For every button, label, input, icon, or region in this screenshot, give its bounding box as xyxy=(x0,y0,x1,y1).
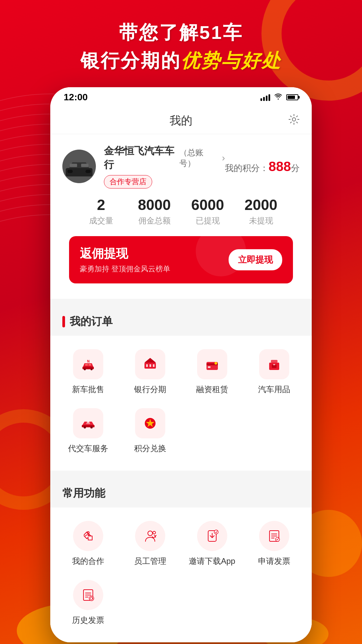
svg-text:N: N xyxy=(87,360,89,363)
svg-rect-19 xyxy=(153,364,155,367)
svg-point-0 xyxy=(292,118,296,121)
functions-row-2: 历史发票 xyxy=(57,573,305,632)
stat-transactions: 2 成交量 xyxy=(74,197,128,226)
svg-point-38 xyxy=(148,531,153,536)
svg-rect-18 xyxy=(149,364,151,367)
order-label-delivery: 代交车服务 xyxy=(68,443,108,454)
stats-row: 2 成交量 8000 佣金总额 6000 已提现 2000 未提现 xyxy=(62,197,300,236)
order-item-finance[interactable]: 融资租赁 xyxy=(181,342,243,401)
main-content: 金华恒飞汽车车行 （总账号） › 合作专营店 我的积分：888分 2 xyxy=(50,134,312,642)
section-indicator xyxy=(62,316,65,327)
history-invoice-icon-wrap xyxy=(73,580,103,610)
func-item-history-invoice[interactable]: 历史发票 xyxy=(57,573,119,632)
profile-info: 金华恒飞汽车车行 （总账号） › 合作专营店 xyxy=(104,144,225,189)
stat-pending-label: 未提现 xyxy=(234,215,288,226)
svg-rect-17 xyxy=(146,364,148,367)
order-label-finance: 融资租赁 xyxy=(196,384,228,395)
func-item-invite[interactable]: 邀请下载App xyxy=(181,514,243,573)
orders-section: 我的订单 xyxy=(50,304,312,471)
func-item-employee[interactable]: 员工管理 xyxy=(119,514,181,573)
order-item-products[interactable]: 汽车用品 xyxy=(243,342,305,401)
func-item-cooperation[interactable]: 我的合作 xyxy=(57,514,119,573)
svg-point-37 xyxy=(87,532,89,534)
signal-icon xyxy=(260,94,270,101)
svg-point-32 xyxy=(83,426,86,429)
employee-icon-wrap xyxy=(135,521,165,551)
functions-grid: 我的合作 员工管理 xyxy=(50,507,312,642)
functions-section-title: 常用功能 xyxy=(62,486,105,501)
stat-commission-total: 8000 佣金总额 xyxy=(128,197,181,226)
stat-pending-value: 2000 xyxy=(234,197,288,213)
svg-point-10 xyxy=(90,368,93,370)
invite-icon-wrap xyxy=(197,521,227,551)
partner-badge: 合作专营店 xyxy=(104,175,152,189)
header-line1: 带您了解51车 xyxy=(0,20,362,46)
svg-rect-12 xyxy=(88,364,91,366)
points-value: 888 xyxy=(268,159,291,174)
svg-rect-6 xyxy=(81,164,88,167)
svg-rect-26 xyxy=(271,360,278,363)
cashback-subtitle: 豪勇加持 登顶佣金风云榜单 xyxy=(80,264,170,274)
profile-name-row: 金华恒飞汽车车行 （总账号） › xyxy=(104,144,225,172)
svg-point-39 xyxy=(153,531,156,534)
functions-row-1: 我的合作 员工管理 xyxy=(57,514,305,573)
stat-withdrawn-label: 已提现 xyxy=(181,215,234,226)
svg-point-33 xyxy=(90,426,93,429)
battery-icon xyxy=(286,94,298,100)
orders-section-header: 我的订单 xyxy=(50,304,312,336)
profile-account-type: （总账号） xyxy=(179,147,215,169)
func-label-cooperation: 我的合作 xyxy=(72,556,104,567)
svg-rect-5 xyxy=(70,164,77,167)
cashback-left: 返佣提现 豪勇加持 登顶佣金风云榜单 xyxy=(80,246,170,274)
svg-point-9 xyxy=(84,368,86,370)
profile-badge-row: 合作专营店 xyxy=(104,175,225,189)
func-label-invite: 邀请下载App xyxy=(189,556,235,567)
order-item-new-car[interactable]: N 新车批售 xyxy=(57,342,119,401)
svg-rect-11 xyxy=(85,364,88,366)
orders-row-1: N 新车批售 xyxy=(57,342,305,401)
delivery-icon-wrap xyxy=(73,408,103,438)
wifi-icon xyxy=(274,93,282,102)
settings-button[interactable] xyxy=(288,114,300,127)
order-label-bank: 银行分期 xyxy=(134,384,166,395)
cooperation-icon-wrap xyxy=(73,521,103,551)
status-bar: 12:00 xyxy=(50,87,312,107)
stat-withdrawn-value: 6000 xyxy=(181,197,234,213)
avatar xyxy=(62,150,96,183)
profile-arrow-icon[interactable]: › xyxy=(222,153,225,163)
status-icons xyxy=(260,93,298,102)
cashback-title: 返佣提现 xyxy=(80,246,170,262)
points-unit: 分 xyxy=(291,163,300,173)
cashback-banner[interactable]: 返佣提现 豪勇加持 登顶佣金风云榜单 立即提现 xyxy=(69,236,293,283)
cashback-button[interactable]: 立即提现 xyxy=(229,249,282,270)
phone-frame: 12:00 我的 xyxy=(50,87,312,642)
profile-top: 金华恒飞汽车车行 （总账号） › 合作专营店 我的积分：888分 xyxy=(62,144,300,189)
order-item-points[interactable]: 积分兑换 xyxy=(119,401,181,461)
svg-rect-3 xyxy=(67,170,73,173)
functions-section: 常用功能 我的合作 xyxy=(50,476,312,642)
func-label-history-invoice: 历史发票 xyxy=(72,615,104,626)
stat-pending: 2000 未提现 xyxy=(234,197,288,226)
products-icon-wrap xyxy=(259,349,289,379)
svg-point-24 xyxy=(215,362,217,365)
order-item-bank[interactable]: 银行分期 xyxy=(119,342,181,401)
status-time: 12:00 xyxy=(64,92,88,103)
stat-transactions-value: 2 xyxy=(74,197,128,213)
stat-commission-value: 8000 xyxy=(128,197,181,213)
header-line2: 银行分期的优势与好处 xyxy=(0,48,362,74)
profile-name: 金华恒飞汽车车行 xyxy=(104,144,175,172)
orders-grid: N 新车批售 xyxy=(50,336,312,471)
finance-icon-wrap xyxy=(197,349,227,379)
svg-point-41 xyxy=(214,530,218,534)
func-label-invoice: 申请发票 xyxy=(258,556,290,567)
functions-section-header: 常用功能 xyxy=(50,476,312,507)
func-item-invoice[interactable]: 申请发票 xyxy=(243,514,305,573)
header-line2-highlight: 优势与好处 xyxy=(181,50,282,71)
order-label-new-car: 新车批售 xyxy=(72,384,104,395)
bank-icon-wrap xyxy=(135,349,165,379)
order-label-points: 积分兑换 xyxy=(134,443,166,454)
profile-card: 金华恒飞汽车车行 （总账号） › 合作专营店 我的积分：888分 2 xyxy=(50,134,312,299)
points-icon-wrap xyxy=(135,408,165,438)
order-item-delivery[interactable]: 代交车服务 xyxy=(57,401,119,461)
new-car-icon-wrap: N xyxy=(73,349,103,379)
